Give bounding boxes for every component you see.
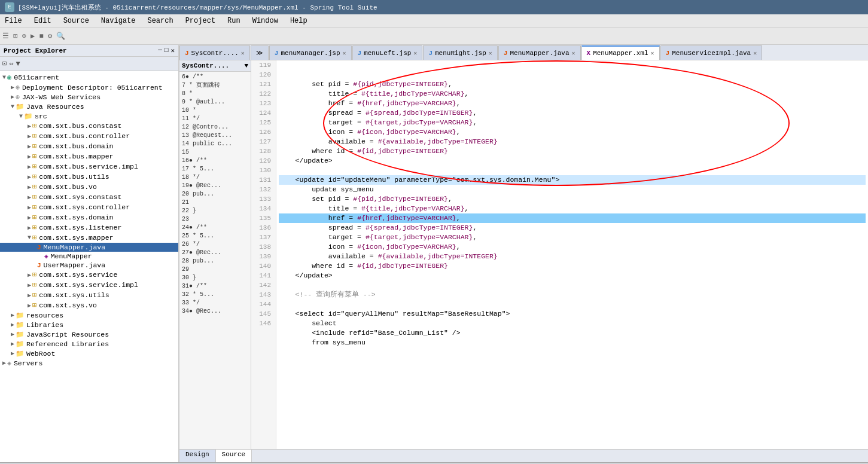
editor-tab-tab-menuLeft[interactable]: JmenuLeft.jsp✕ (352, 45, 423, 60)
pe-item-pe-MenuMapper-xml[interactable]: ◈MenuMapper (0, 252, 178, 261)
code-line-145[interactable]: <include refid="Base_Column_List" /> (279, 328, 866, 338)
pe-item-pe-pkg12[interactable]: ▼⊞com.sxt.sys.mapper (0, 233, 178, 243)
editor-tab-tab-menuRight[interactable]: JmenuRight.jsp✕ (423, 45, 497, 60)
code-line-131[interactable]: set pid = #{pid,jdbcType=INTEGER}, (279, 194, 866, 204)
code-line-142[interactable] (279, 300, 866, 309)
menu-run[interactable]: Run (225, 16, 243, 26)
code-line-139[interactable]: </update> (279, 271, 866, 280)
pe-item-pe-pkg8[interactable]: ▶⊞com.sxt.sys.constast (0, 192, 178, 202)
tab-close[interactable]: ✕ (753, 50, 757, 57)
code-line-143[interactable]: <select id="queryAllMenu" resultMap="Bas… (279, 309, 866, 319)
pe-minimize[interactable]: ─ (158, 47, 162, 54)
editor-tab-tab-sysctr[interactable]: JSysContr....✕ (179, 45, 250, 60)
code-line-119[interactable]: set pid = #{pid,jdbcType=INTEGER}, (279, 80, 866, 89)
menu-file[interactable]: File (2, 16, 25, 26)
pe-item-pe-javaRes[interactable]: ▼📁Java Resources (0, 102, 178, 111)
editor-tab-tab-MenuServiceImpl[interactable]: JMenuServiceImpl.java✕ (660, 45, 763, 60)
pe-tree[interactable]: ▼◉0511carrent▶⊕Deployment Descriptor: 05… (0, 71, 178, 462)
tab-close[interactable]: ✕ (651, 50, 654, 57)
menu-window[interactable]: Window (250, 16, 281, 26)
outline-menu[interactable]: ▼ (244, 62, 248, 69)
code-line-136[interactable]: icon = #{icon,jdbcType=VARCHAR}, (279, 242, 866, 252)
menu-source[interactable]: Source (61, 16, 92, 26)
tree-label: com.sxt.sys.listener (39, 224, 121, 231)
code-line-121[interactable]: href = #{href,jdbcType=VARCHAR}, (279, 99, 866, 108)
editor-tab-tab-MenuMapper-xml[interactable]: XMenuMapper.xml✕ (581, 45, 660, 60)
code-line-138[interactable]: where id = #{id,jdbcType=INTEGER} (279, 261, 866, 271)
pe-item-pe-pkg1[interactable]: ▶⊞com.sxt.bus.constast (0, 121, 178, 131)
pe-item-pe-pkg7[interactable]: ▶⊞com.sxt.bus.vo (0, 182, 178, 192)
folder-icon: 📁 (16, 340, 24, 348)
code-line-146[interactable]: from sys_menu (279, 338, 866, 347)
code-line-127[interactable]: </update> (279, 156, 866, 166)
pe-item-pe-pkg14[interactable]: ▶⊞com.sxt.sys.service.impl (0, 280, 178, 290)
menu-search[interactable]: Search (145, 16, 175, 26)
menu-edit[interactable]: Edit (32, 16, 54, 26)
pe-item-pe-webroot[interactable]: ▶📁WebRoot (0, 349, 178, 358)
code-line-120[interactable]: title = #{title,jdbcType=VARCHAR}, (279, 89, 866, 99)
pe-item-pe-libraries[interactable]: ▶📁Libraries (0, 320, 178, 329)
title-bar: E [SSM+layui]汽车出租系统 - 0511carrent/resour… (0, 0, 868, 14)
code-line-130[interactable]: update sys_menu (279, 185, 866, 194)
code-line-123[interactable]: target = #{target,jdbcType=VARCHAR}, (279, 118, 866, 127)
expand-arrow: ▶ (28, 224, 31, 231)
tree-label: com.sxt.sys.service (39, 271, 117, 279)
code-line-129[interactable]: <update id="updateMenu" parameterType="c… (279, 175, 866, 185)
pe-item-pe-pkg11[interactable]: ▶⊞com.sxt.sys.listener (0, 222, 178, 233)
menu-project[interactable]: Project (183, 16, 218, 26)
pe-item-pe-MenuMapper[interactable]: JMenuMapper.java (0, 243, 178, 252)
editor-tab-tab-more[interactable]: ≫ (251, 45, 269, 60)
pe-item-pe-reflib[interactable]: ▶📁Referenced Libraries (0, 339, 178, 349)
tab-close[interactable]: ✕ (241, 50, 245, 57)
menu-help[interactable]: Help (288, 16, 310, 26)
code-line-135[interactable]: target = #{target,jdbcType=VARCHAR}, (279, 233, 866, 242)
pe-item-pe-pkg2[interactable]: ▶⊞com.sxt.bus.controller (0, 131, 178, 141)
pe-maximize[interactable]: □ (165, 47, 169, 54)
tab-design[interactable]: Design (179, 450, 216, 462)
pe-item-pe-UserMapper[interactable]: JUserMapper.java (0, 261, 178, 270)
menu-navigate[interactable]: Navigate (99, 16, 138, 26)
code-line-133[interactable]: href = #{href,jdbcType=VARCHAR}, (279, 213, 866, 223)
code-line-137[interactable]: available = #{available,jdbcType=INTEGER… (279, 252, 866, 261)
code-line-126[interactable]: where id = #{id,jdbcType=INTEGER} (279, 146, 866, 156)
code-line-125[interactable]: available = #{available,jdbcType=INTEGER… (279, 137, 866, 146)
code-content[interactable]: set pid = #{pid,jdbcType=INTEGER}, title… (276, 60, 868, 449)
pe-collapse-all[interactable]: ⊡ (2, 59, 7, 68)
code-line-132[interactable]: title = #{title,jdbcType=VARCHAR}, (279, 204, 866, 213)
pe-item-pe-root[interactable]: ▼◉0511carrent (0, 72, 178, 83)
tab-close[interactable]: ✕ (572, 50, 575, 57)
pe-item-pe-pkg16[interactable]: ▶⊞com.sxt.sys.vo (0, 300, 178, 310)
pe-item-pe-deploy[interactable]: ▶⊕Deployment Descriptor: 0511carrent (0, 83, 178, 92)
pe-link-editor[interactable]: ⇔ (9, 59, 13, 68)
code-line-140[interactable] (279, 280, 866, 290)
pe-item-pe-jsres[interactable]: ▶📁JavaScript Resources (0, 329, 178, 339)
code-line-122[interactable]: spread = #{spread,jdbcType=INTEGER}, (279, 108, 866, 118)
code-line-124[interactable]: icon = #{icon,jdbcType=VARCHAR}, (279, 127, 866, 137)
tab-close[interactable]: ✕ (413, 50, 417, 57)
pe-view-menu[interactable]: ▼ (16, 60, 20, 68)
tab-close[interactable]: ✕ (343, 50, 346, 57)
pe-item-pe-src[interactable]: ▼📁src (0, 111, 178, 121)
pe-item-pe-pkg4[interactable]: ▶⊞com.sxt.bus.mapper (0, 151, 178, 161)
pe-item-pe-pkg6[interactable]: ▶⊞com.sxt.bus.utils (0, 172, 178, 182)
line-number-121: 121 (254, 80, 273, 89)
more-tabs[interactable]: ≫ (256, 49, 263, 57)
code-line-128[interactable] (279, 166, 866, 175)
pe-item-pe-pkg5[interactable]: ▶⊞com.sxt.bus.service.impl (0, 161, 178, 172)
pe-item-pe-jaxws[interactable]: ▶⊕JAX-WS Web Services (0, 92, 178, 102)
editor-tab-tab-MenuMapper-java[interactable]: JMenuMapper.java✕ (498, 45, 581, 60)
pe-item-pe-pkg15[interactable]: ▶⊞com.sxt.sys.utils (0, 290, 178, 300)
pe-item-pe-pkg13[interactable]: ▶⊞com.sxt.sys.service (0, 270, 178, 280)
pe-item-pe-pkg9[interactable]: ▶⊞com.sxt.sys.controller (0, 202, 178, 212)
code-line-144[interactable]: select (279, 319, 866, 328)
editor-tab-tab-menuManager[interactable]: JmenuManager.jsp✕ (269, 45, 352, 60)
pe-item-pe-pkg10[interactable]: ▶⊞com.sxt.sys.domain (0, 212, 178, 222)
pe-item-pe-resources[interactable]: ▶📁resources (0, 310, 178, 320)
pe-item-pe-pkg3[interactable]: ▶⊞com.sxt.bus.domain (0, 141, 178, 151)
code-line-141[interactable]: <!-- 查询所有菜单 --> (279, 290, 866, 300)
tab-close[interactable]: ✕ (489, 50, 492, 57)
pe-close[interactable]: ✕ (170, 47, 175, 54)
code-line-134[interactable]: spread = #{spread,jdbcType=INTEGER}, (279, 223, 866, 233)
tab-source[interactable]: Source (216, 450, 252, 462)
pe-item-pe-servers[interactable]: ▶◈Servers (0, 358, 178, 368)
